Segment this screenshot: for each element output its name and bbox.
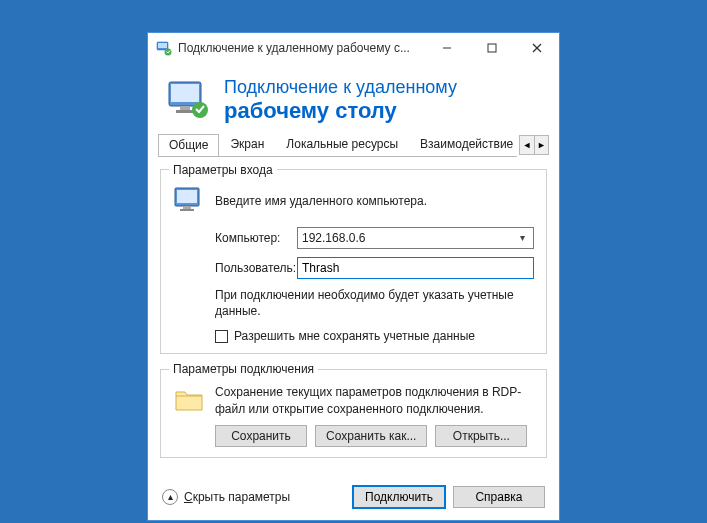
rdp-window: Подключение к удаленному рабочему с... П…: [147, 32, 560, 521]
connection-desc: Сохранение текущих параметров подключени…: [215, 384, 534, 416]
user-label: Пользователь:: [215, 261, 297, 275]
help-button[interactable]: Справка: [453, 486, 545, 508]
login-intro: Введите имя удаленного компьютера.: [215, 194, 427, 208]
save-credentials-checkbox[interactable]: [215, 330, 228, 343]
chevron-up-icon: ▴: [162, 489, 178, 505]
svg-rect-4: [488, 44, 496, 52]
dialog-header: Подключение к удаленному рабочему столу: [148, 63, 559, 133]
tab-local-resources[interactable]: Локальные ресурсы: [275, 133, 409, 156]
connection-group: Параметры подключения Сохранение текущих…: [160, 362, 547, 457]
credentials-note: При подключении необходимо будет указать…: [173, 287, 534, 319]
tab-display[interactable]: Экран: [219, 133, 275, 156]
save-credentials-label: Разрешить мне сохранять учетные данные: [234, 329, 475, 343]
svg-rect-15: [180, 209, 194, 211]
close-button[interactable]: [514, 33, 559, 63]
svg-rect-10: [176, 110, 194, 113]
tabs-scroll-left[interactable]: ◄: [520, 136, 534, 154]
svg-rect-13: [177, 190, 197, 203]
open-button[interactable]: Открыть...: [435, 425, 527, 447]
titlebar[interactable]: Подключение к удаленному рабочему с...: [148, 33, 559, 63]
hide-options-label: Скрыть параметры: [184, 490, 290, 504]
svg-rect-9: [180, 106, 190, 110]
minimize-button[interactable]: [424, 33, 469, 63]
computer-combobox[interactable]: 192.168.0.6 ▾: [297, 227, 534, 249]
hide-options-button[interactable]: ▴ Скрыть параметры: [162, 489, 345, 505]
chevron-down-icon: ▾: [516, 232, 529, 243]
dialog-footer: ▴ Скрыть параметры Подключить Справка: [148, 476, 559, 520]
svg-rect-8: [171, 84, 199, 102]
header-title-1: Подключение к удаленному: [224, 77, 457, 98]
folder-icon: [173, 384, 205, 416]
svg-point-2: [165, 49, 172, 56]
app-icon: [156, 40, 172, 56]
computer-value: 192.168.0.6: [302, 231, 516, 245]
save-button[interactable]: Сохранить: [215, 425, 307, 447]
tabs-scroll: ◄ ►: [519, 135, 549, 155]
tabs-scroll-right[interactable]: ►: [534, 136, 548, 154]
svg-rect-14: [183, 206, 191, 209]
svg-rect-1: [158, 43, 167, 48]
monitor-icon: [166, 78, 210, 122]
save-as-button[interactable]: Сохранить как...: [315, 425, 427, 447]
maximize-button[interactable]: [469, 33, 514, 63]
login-group: Параметры входа Введите имя удаленного к…: [160, 163, 547, 354]
login-legend: Параметры входа: [169, 163, 277, 177]
tabs-bar: Общие Экран Локальные ресурсы Взаимодейс…: [148, 133, 559, 157]
monitor-small-icon: [173, 185, 205, 217]
connection-legend: Параметры подключения: [169, 362, 318, 376]
connect-button[interactable]: Подключить: [353, 486, 445, 508]
tab-general[interactable]: Общие: [158, 134, 219, 157]
header-title-2: рабочему столу: [224, 98, 457, 123]
computer-label: Компьютер:: [215, 231, 297, 245]
titlebar-text: Подключение к удаленному рабочему с...: [178, 41, 424, 55]
tab-experience[interactable]: Взаимодействие: [409, 133, 517, 156]
username-input[interactable]: [297, 257, 534, 279]
